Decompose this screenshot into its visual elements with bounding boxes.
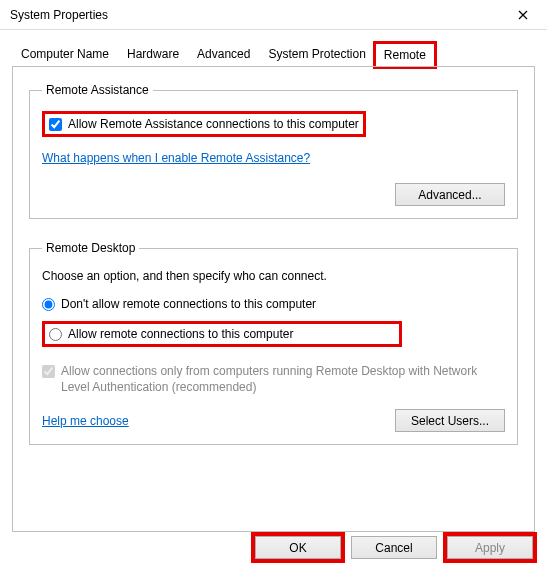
- window-title: System Properties: [10, 8, 108, 22]
- title-bar: System Properties: [0, 0, 547, 30]
- advanced-button[interactable]: Advanced...: [395, 183, 505, 206]
- tab-computer-name[interactable]: Computer Name: [12, 42, 118, 66]
- row-nla: Allow connections only from computers ru…: [42, 363, 505, 395]
- tab-panel-remote: Remote Assistance Allow Remote Assistanc…: [12, 66, 535, 532]
- tab-system-protection[interactable]: System Protection: [259, 42, 374, 66]
- radio-deny-remote[interactable]: [42, 298, 55, 311]
- group-remote-desktop: Remote Desktop Choose an option, and the…: [29, 241, 518, 445]
- label-allow-remote: Allow remote connections to this compute…: [68, 327, 293, 341]
- text-choose-option: Choose an option, and then specify who c…: [42, 269, 505, 283]
- legend-remote-assistance: Remote Assistance: [42, 83, 153, 97]
- tab-advanced[interactable]: Advanced: [188, 42, 259, 66]
- select-users-button[interactable]: Select Users...: [395, 409, 505, 432]
- tab-remote[interactable]: Remote: [375, 43, 435, 67]
- checkbox-nla: [42, 365, 55, 378]
- tab-hardware[interactable]: Hardware: [118, 42, 188, 66]
- ok-button[interactable]: OK: [255, 536, 341, 559]
- row-deny-remote: Don't allow remote connections to this c…: [42, 297, 505, 311]
- tab-strip: Computer Name Hardware Advanced System P…: [12, 42, 535, 67]
- close-icon[interactable]: [501, 1, 545, 29]
- label-deny-remote: Don't allow remote connections to this c…: [61, 297, 316, 311]
- label-allow-assistance: Allow Remote Assistance connections to t…: [68, 117, 359, 131]
- checkbox-allow-assistance[interactable]: [49, 118, 62, 131]
- dialog-buttons: OK Cancel Apply: [255, 536, 533, 559]
- label-nla: Allow connections only from computers ru…: [61, 363, 481, 395]
- radio-allow-remote[interactable]: [49, 328, 62, 341]
- cancel-button[interactable]: Cancel: [351, 536, 437, 559]
- legend-remote-desktop: Remote Desktop: [42, 241, 139, 255]
- row-allow-assistance: Allow Remote Assistance connections to t…: [42, 111, 366, 137]
- apply-button[interactable]: Apply: [447, 536, 533, 559]
- row-allow-remote: Allow remote connections to this compute…: [42, 321, 402, 347]
- link-what-happens[interactable]: What happens when I enable Remote Assist…: [42, 151, 310, 165]
- link-help-me-choose[interactable]: Help me choose: [42, 414, 129, 428]
- group-remote-assistance: Remote Assistance Allow Remote Assistanc…: [29, 83, 518, 219]
